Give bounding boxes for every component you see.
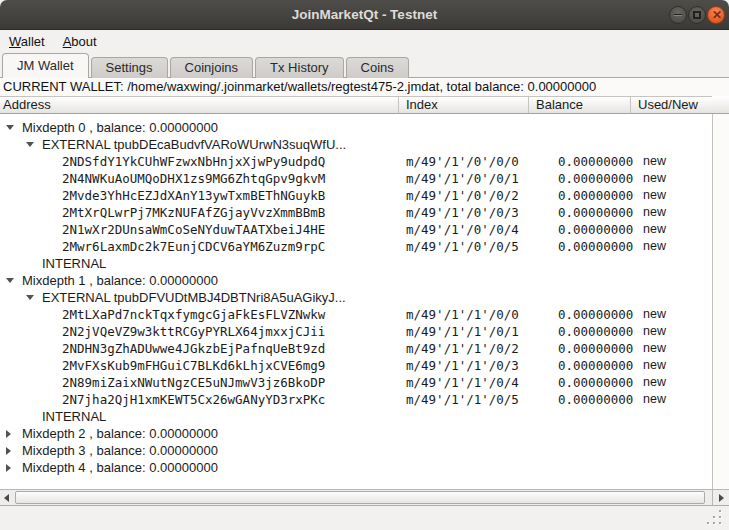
address-row[interactable]: 2MvFXsKub9mFHGuiC7BLKd6kLhjxCVE6mg9m/49'…: [0, 357, 712, 374]
used-new-cell: new: [631, 374, 712, 391]
index-cell: m/49'/1'/1'/0/3: [399, 357, 529, 374]
balance-cell: 0.00000000: [529, 187, 631, 204]
collapse-arrow-icon[interactable]: [6, 125, 14, 130]
tree-node-row[interactable]: Mixdepth 1 , balance: 0.00000000: [0, 272, 712, 289]
index-cell: m/49'/1'/1'/0/2: [399, 340, 529, 357]
maximize-button[interactable]: [688, 6, 706, 24]
tree-node-row[interactable]: Mixdepth 3 , balance: 0.00000000: [0, 442, 712, 459]
column-header-index[interactable]: Index: [399, 97, 529, 113]
address-text: 2Mvde3YhHcEZJdXAnY13ywTxmBEThNGuykB: [62, 188, 325, 203]
app-window: JoinMarketQt - Testnet ✕ WalletAbout JM …: [0, 0, 729, 530]
index-cell: m/49'/1'/1'/0/4: [399, 374, 529, 391]
address-text: 2MvFXsKub9mFHGuiC7BLKd6kLhjxCVE6mg9: [62, 358, 325, 373]
balance-cell: 0.00000000: [529, 340, 631, 357]
node-label: Mixdepth 2 , balance: 0.00000000: [22, 426, 218, 441]
tab-coinjoins[interactable]: Coinjoins: [170, 57, 253, 78]
tree-node-row[interactable]: Mixdepth 0 , balance: 0.00000000: [0, 119, 712, 136]
current-wallet-banner: CURRENT WALLET: /home/waxwing/.joinmarke…: [0, 78, 729, 96]
address-row[interactable]: 2N1wXr2DUnsaWmCoSeNYduwTAATXbeiJ4HEm/49'…: [0, 221, 712, 238]
address-row[interactable]: 2Mvde3YhHcEZJdXAnY13ywTxmBEThNGuykBm/49'…: [0, 187, 712, 204]
close-button[interactable]: ✕: [707, 6, 725, 24]
address-row[interactable]: 2NDSfdY1YkCUhWFzwxNbHnjxXjwPy9udpdQm/49'…: [0, 153, 712, 170]
node-label: INTERNAL: [42, 256, 106, 271]
tree-node-row[interactable]: Mixdepth 2 , balance: 0.00000000: [0, 425, 712, 442]
scroll-left-button[interactable]: [0, 490, 15, 505]
address-row[interactable]: 2N4NWKuAoUMQoDHX1zs9MG6ZhtqGpv9gkvMm/49'…: [0, 170, 712, 187]
scroll-right-button[interactable]: [712, 490, 729, 505]
address-row[interactable]: 2N2jVQeVZ9w3kttRCGyPYRLX64jmxxjCJiim/49'…: [0, 323, 712, 340]
used-new-cell: new: [631, 323, 712, 340]
address-row[interactable]: 2NDHN3gZhADUwwe4JGkzbEjPafnqUeBt9zdm/49'…: [0, 340, 712, 357]
used-new-cell: new: [631, 187, 712, 204]
resize-grip[interactable]: [707, 510, 725, 528]
tab-jm-wallet[interactable]: JM Wallet: [2, 53, 89, 78]
title-bar[interactable]: JoinMarketQt - Testnet ✕: [0, 0, 729, 30]
wallet-table-header: AddressIndexBalanceUsed/New: [0, 96, 712, 114]
balance-cell: [529, 442, 631, 459]
tree-node-row[interactable]: Mixdepth 4 , balance: 0.00000000: [0, 459, 712, 476]
index-cell: m/49'/1'/0'/0/5: [399, 238, 529, 255]
address-row[interactable]: 2N7jha2QjH1xmKEWT5Cx26wGANyYD3rxPKcm/49'…: [0, 391, 712, 408]
expand-arrow-icon[interactable]: [6, 464, 11, 472]
used-new-cell: [631, 408, 712, 425]
balance-cell: [529, 119, 631, 136]
used-new-cell: [631, 119, 712, 136]
menu-wallet[interactable]: Wallet: [0, 31, 54, 53]
collapse-arrow-icon[interactable]: [26, 295, 34, 300]
used-new-cell: [631, 136, 712, 153]
window-title: JoinMarketQt - Testnet: [0, 0, 729, 29]
tab-settings[interactable]: Settings: [91, 57, 168, 78]
status-bar: [0, 507, 729, 530]
address-text: 2Mwr6LaxmDc2k7EunjCDCV6aYM6Zuzm9rpC: [62, 239, 325, 254]
maximize-icon: [693, 11, 701, 19]
balance-cell: [529, 272, 631, 289]
used-new-cell: new: [631, 170, 712, 187]
tab-tx-history[interactable]: Tx History: [255, 57, 344, 78]
header-corner: [712, 96, 729, 114]
address-text: 2N7jha2QjH1xmKEWT5Cx26wGANyYD3rxPKc: [62, 392, 325, 407]
minimize-button[interactable]: [669, 6, 687, 24]
address-row[interactable]: 2Mwr6LaxmDc2k7EunjCDCV6aYM6Zuzm9rpCm/49'…: [0, 238, 712, 255]
address-row[interactable]: 2MtXrQLwrPj7MKzNUFAfZGjayVvzXmmBBmBm/49'…: [0, 204, 712, 221]
balance-cell: 0.00000000: [529, 391, 631, 408]
used-new-cell: new: [631, 391, 712, 408]
node-label: INTERNAL: [42, 409, 106, 424]
column-header-address[interactable]: Address: [0, 97, 399, 113]
tree-node-row[interactable]: INTERNAL: [0, 408, 712, 425]
column-header-balance[interactable]: Balance: [529, 97, 631, 113]
balance-cell: 0.00000000: [529, 323, 631, 340]
node-label: Mixdepth 4 , balance: 0.00000000: [22, 460, 218, 475]
tree-node-row[interactable]: INTERNAL: [0, 255, 712, 272]
index-cell: [399, 425, 529, 442]
collapse-arrow-icon[interactable]: [6, 278, 14, 283]
node-label: EXTERNAL tpubDFVUDtMBJ4DBTNri8A5uAGikyJ.…: [42, 290, 346, 305]
index-cell: m/49'/1'/1'/0/1: [399, 323, 529, 340]
horizontal-scrollbar-thumb[interactable]: [15, 491, 705, 504]
index-cell: [399, 119, 529, 136]
menu-about[interactable]: About: [54, 31, 106, 53]
address-row[interactable]: 2N89miZaixNWutNgzCE5uNJmwV3jz6BkoDPm/49'…: [0, 374, 712, 391]
expand-arrow-icon[interactable]: [6, 447, 11, 455]
expand-arrow-icon[interactable]: [6, 430, 11, 438]
tree-node-row[interactable]: EXTERNAL tpubDFVUDtMBJ4DBTNri8A5uAGikyJ.…: [0, 289, 712, 306]
used-new-cell: new: [631, 340, 712, 357]
balance-cell: 0.00000000: [529, 170, 631, 187]
used-new-cell: new: [631, 357, 712, 374]
wallet-tree: Mixdepth 0 , balance: 0.00000000EXTERNAL…: [0, 114, 712, 489]
index-cell: [399, 136, 529, 153]
tab-coins[interactable]: Coins: [346, 57, 409, 78]
index-cell: m/49'/1'/0'/0/2: [399, 187, 529, 204]
menu-bar: WalletAbout: [0, 30, 729, 53]
balance-cell: 0.00000000: [529, 357, 631, 374]
address-text: 2MtLXaPd7nckTqxfymgcGjaFkEsFLVZNwkw: [62, 307, 325, 322]
tree-node-row[interactable]: EXTERNAL tpubDEcaBudvfVARoWUrwN3suqWfU..…: [0, 136, 712, 153]
address-row[interactable]: 2MtLXaPd7nckTqxfymgcGjaFkEsFLVZNwkwm/49'…: [0, 306, 712, 323]
balance-cell: 0.00000000: [529, 306, 631, 323]
collapse-arrow-icon[interactable]: [26, 142, 34, 147]
horizontal-scrollbar[interactable]: [0, 489, 729, 505]
column-header-used-new[interactable]: Used/New: [631, 97, 712, 113]
used-new-cell: new: [631, 306, 712, 323]
used-new-cell: [631, 425, 712, 442]
vertical-scrollbar[interactable]: [712, 114, 729, 489]
index-cell: m/49'/1'/0'/0/4: [399, 221, 529, 238]
